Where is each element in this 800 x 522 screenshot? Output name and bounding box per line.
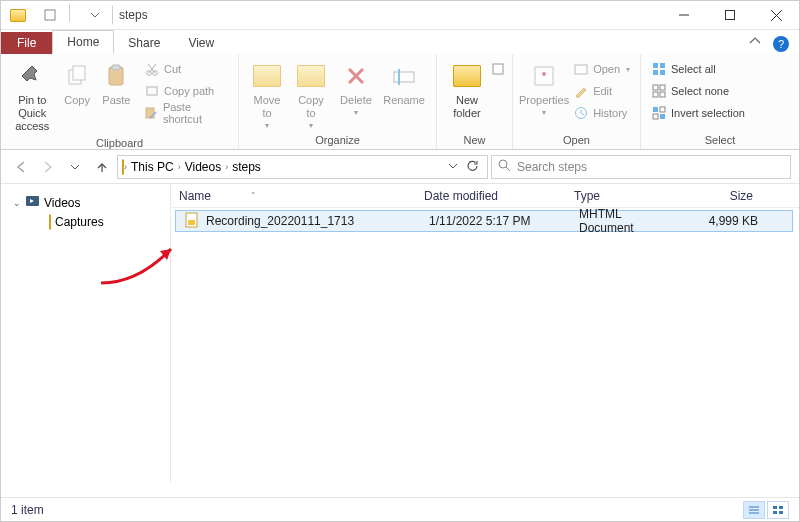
sort-asc-icon: ˄ xyxy=(251,191,256,201)
collapse-ribbon-button[interactable] xyxy=(741,31,769,54)
svg-rect-25 xyxy=(660,63,665,68)
close-button[interactable] xyxy=(753,1,799,29)
qat-properties-icon[interactable] xyxy=(39,4,61,26)
ribbon-group-new-label: New xyxy=(437,134,512,149)
expand-icon[interactable]: ⌄ xyxy=(13,198,21,208)
separator xyxy=(112,6,113,24)
svg-rect-26 xyxy=(653,70,658,75)
properties-icon xyxy=(528,60,560,92)
folder-icon xyxy=(49,215,51,229)
svg-rect-13 xyxy=(147,87,157,95)
open-button[interactable]: Open ▾ xyxy=(569,58,634,80)
tab-share[interactable]: Share xyxy=(114,32,174,54)
refresh-button[interactable] xyxy=(466,159,479,175)
recent-locations-button[interactable] xyxy=(63,155,87,179)
select-all-button[interactable]: Select all xyxy=(647,58,749,80)
history-button[interactable]: History xyxy=(569,102,634,124)
new-folder-button[interactable]: New folder xyxy=(443,58,491,120)
select-none-icon xyxy=(651,83,667,99)
new-item-icon[interactable] xyxy=(491,62,505,78)
new-folder-icon xyxy=(451,60,483,92)
svg-rect-41 xyxy=(188,220,195,225)
edit-icon xyxy=(573,83,589,99)
breadcrumb-segment[interactable]: This PC xyxy=(127,160,178,174)
address-dropdown-button[interactable] xyxy=(448,160,458,174)
svg-line-12 xyxy=(148,64,155,73)
copy-path-button[interactable]: Copy path xyxy=(140,80,232,102)
paste-icon xyxy=(100,60,132,92)
paste-shortcut-button[interactable]: Paste shortcut xyxy=(140,102,232,124)
svg-rect-35 xyxy=(660,114,665,119)
properties-button[interactable]: Properties ▾ xyxy=(519,58,569,117)
column-header-date[interactable]: Date modified xyxy=(416,189,566,203)
svg-rect-22 xyxy=(575,65,587,74)
address-bar[interactable]: › This PC › Videos › steps xyxy=(117,155,488,179)
svg-rect-31 xyxy=(660,92,665,97)
forward-button[interactable] xyxy=(36,155,60,179)
tab-home[interactable]: Home xyxy=(52,30,114,54)
svg-rect-28 xyxy=(653,85,658,90)
paste-shortcut-icon xyxy=(144,105,159,121)
svg-rect-33 xyxy=(660,107,665,112)
cut-button[interactable]: Cut xyxy=(140,58,232,80)
column-header-size[interactable]: Size xyxy=(676,189,761,203)
qat-dropdown-icon[interactable] xyxy=(84,4,106,26)
minimize-button[interactable] xyxy=(661,1,707,29)
paste-button[interactable]: Paste xyxy=(97,58,136,107)
move-to-icon xyxy=(251,60,283,92)
open-icon xyxy=(573,61,589,77)
folder-icon xyxy=(7,4,29,26)
delete-icon xyxy=(340,60,372,92)
chevron-down-icon: ▾ xyxy=(265,121,269,130)
tab-view[interactable]: View xyxy=(174,32,228,54)
ribbon-group-open-label: Open xyxy=(513,134,640,149)
copy-button[interactable]: Copy xyxy=(58,58,97,107)
copy-to-button[interactable]: Copy to ▾ xyxy=(289,58,333,130)
svg-rect-48 xyxy=(779,511,783,514)
help-button[interactable]: ? xyxy=(773,36,789,52)
up-button[interactable] xyxy=(90,155,114,179)
search-icon xyxy=(498,159,511,175)
chevron-down-icon: ▾ xyxy=(309,121,313,130)
column-header-name[interactable]: Name ˄ xyxy=(171,189,416,203)
svg-rect-0 xyxy=(45,10,55,20)
copy-icon xyxy=(61,60,93,92)
breadcrumb-segment[interactable]: steps xyxy=(228,160,265,174)
svg-rect-2 xyxy=(726,11,735,20)
svg-rect-29 xyxy=(660,85,665,90)
pin-to-quick-access-button[interactable]: Pin to Quick access xyxy=(7,58,58,133)
edit-button[interactable]: Edit xyxy=(569,80,634,102)
search-input[interactable]: Search steps xyxy=(491,155,791,179)
search-placeholder: Search steps xyxy=(517,160,587,174)
column-header-type[interactable]: Type xyxy=(566,189,676,203)
rename-icon xyxy=(388,60,420,92)
svg-line-11 xyxy=(149,64,156,73)
details-view-button[interactable] xyxy=(743,501,765,519)
thumbnails-view-button[interactable] xyxy=(767,501,789,519)
delete-button[interactable]: Delete ▾ xyxy=(333,58,379,117)
navigation-tree[interactable]: ⌄ Videos Captures xyxy=(1,184,171,482)
file-list[interactable]: Name ˄ Date modified Type Size Recording… xyxy=(171,184,799,482)
svg-rect-32 xyxy=(653,107,658,112)
cut-icon xyxy=(144,61,160,77)
maximize-button[interactable] xyxy=(707,1,753,29)
tree-item-videos[interactable]: ⌄ Videos xyxy=(5,192,166,213)
select-none-button[interactable]: Select none xyxy=(647,80,749,102)
file-row[interactable]: Recording_20220111_1713 1/11/2022 5:17 P… xyxy=(175,210,793,232)
ribbon-group-organize-label: Organize xyxy=(239,134,436,149)
invert-selection-button[interactable]: Invert selection xyxy=(647,102,749,124)
svg-point-21 xyxy=(542,72,546,76)
ribbon-group-clipboard-label: Clipboard xyxy=(1,137,238,152)
select-all-icon xyxy=(651,61,667,77)
svg-rect-24 xyxy=(653,63,658,68)
tab-file[interactable]: File xyxy=(1,32,52,54)
chevron-down-icon: ▾ xyxy=(626,65,630,74)
move-to-button[interactable]: Move to ▾ xyxy=(245,58,289,130)
breadcrumb-segment[interactable]: Videos xyxy=(181,160,225,174)
svg-rect-45 xyxy=(773,506,777,509)
rename-button[interactable]: Rename xyxy=(379,58,429,107)
copy-path-icon xyxy=(144,83,160,99)
back-button[interactable] xyxy=(9,155,33,179)
window-title: steps xyxy=(119,8,148,22)
tree-item-captures[interactable]: Captures xyxy=(5,213,166,231)
